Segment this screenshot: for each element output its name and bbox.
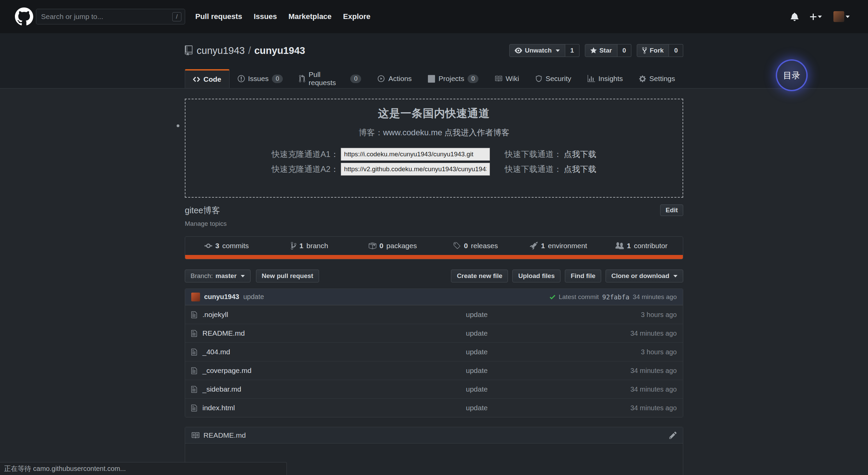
unwatch-label: Unwatch xyxy=(525,47,552,54)
file-commit-message[interactable]: update xyxy=(466,404,488,412)
chevron-down-icon xyxy=(673,275,677,277)
clone-row-a1: 快速克隆通道A1： 快速下载通道： 点我下载 xyxy=(185,147,683,162)
download-link[interactable]: 点我下载 xyxy=(564,164,596,175)
branch-selector[interactable]: Branch: master xyxy=(185,270,251,282)
stat-branches[interactable]: 1 branch xyxy=(268,237,351,255)
file-name-link[interactable]: .nojekyll xyxy=(202,311,228,319)
tab-insights[interactable]: Insights xyxy=(579,69,631,88)
file-commit-message[interactable]: update xyxy=(466,367,488,375)
commit-author-avatar[interactable] xyxy=(191,293,200,301)
tab-label: Projects xyxy=(438,75,464,83)
user-menu[interactable] xyxy=(833,11,850,22)
slash-key-hint: / xyxy=(172,12,181,21)
file-commit-message[interactable]: update xyxy=(466,348,488,356)
edit-description-button[interactable]: Edit xyxy=(660,204,683,216)
status-text: 正在等待 camo.githubusercontent.com... xyxy=(4,464,126,473)
mirror-promo-box: 这是一条国内快速通道 博客：www.codeku.me点我进入作者博客 快速克隆… xyxy=(185,99,683,198)
tab-security[interactable]: Security xyxy=(527,69,579,88)
clone-or-download-button[interactable]: Clone or download xyxy=(606,270,683,282)
tab-projects[interactable]: Projects 0 xyxy=(420,69,487,88)
new-pull-request-button[interactable]: New pull request xyxy=(256,270,319,282)
commit-author-link[interactable]: cunyu1943 xyxy=(204,293,239,301)
commit-sha-link[interactable]: 92fabfa xyxy=(602,293,629,301)
repo-owner-link[interactable]: cunyu1943 xyxy=(197,45,245,56)
fork-label: Fork xyxy=(650,47,664,54)
create-new-menu[interactable] xyxy=(810,13,822,21)
find-file-button[interactable]: Find file xyxy=(565,270,601,282)
about-row: gitee博客 Edit xyxy=(185,204,683,216)
tab-actions[interactable]: Actions xyxy=(369,69,420,88)
plus-icon xyxy=(810,13,816,21)
tab-pull-requests[interactable]: Pull requests 0 xyxy=(291,69,369,88)
edit-readme-pencil-icon[interactable] xyxy=(669,431,677,439)
stat-label: environment xyxy=(548,242,587,250)
stat-label: commits xyxy=(222,242,249,250)
file-commit-message[interactable]: update xyxy=(466,385,488,393)
commit-message-link[interactable]: update xyxy=(243,293,264,301)
download-label: 快速下载通道： xyxy=(505,149,562,160)
stat-commits[interactable]: 3 commits xyxy=(185,237,268,255)
star-button[interactable]: Star xyxy=(585,44,617,57)
stat-contributors[interactable]: 1 contributor xyxy=(600,237,683,255)
toc-floating-button[interactable]: 目录 xyxy=(777,61,806,90)
latest-commit-label: Latest commit xyxy=(559,293,599,301)
chevron-down-icon xyxy=(556,50,560,52)
fork-button[interactable]: Fork xyxy=(637,44,669,57)
promo-title: 这是一条国内快速通道 xyxy=(185,106,683,121)
stat-count: 3 xyxy=(215,242,219,250)
promo-blog-line: 博客：www.codeku.me点我进入作者博客 xyxy=(185,127,683,138)
clone-url-input-a2[interactable] xyxy=(341,163,490,176)
file-commit-message[interactable]: update xyxy=(466,329,488,337)
tab-issues[interactable]: Issues 0 xyxy=(230,69,291,88)
file-name-link[interactable]: README.md xyxy=(202,329,245,337)
tab-settings[interactable]: Settings xyxy=(631,69,683,88)
tab-count-badge: 0 xyxy=(350,75,361,83)
blog-label: 博客： xyxy=(359,128,383,137)
tab-label: Wiki xyxy=(506,75,519,83)
repo-title-row: cunyu1943 / cunyu1943 Unwatch 1 Star xyxy=(185,43,683,58)
stat-environments[interactable]: 1 environment xyxy=(517,237,600,255)
repo-name-link[interactable]: cunyu1943 xyxy=(254,45,305,56)
stat-packages[interactable]: 0 packages xyxy=(351,237,434,255)
file-name-link[interactable]: _404.md xyxy=(202,348,230,356)
file-commit-message[interactable]: update xyxy=(466,311,488,319)
file-name-link[interactable]: _sidebar.md xyxy=(202,385,241,393)
star-count[interactable]: 0 xyxy=(617,44,632,57)
gear-icon xyxy=(639,75,646,83)
branch-prefix: Branch: xyxy=(191,272,213,280)
star-icon xyxy=(590,47,597,54)
top-navbar: / Pull requests Issues Marketplace Explo… xyxy=(0,0,868,33)
nav-issues[interactable]: Issues xyxy=(254,12,277,21)
nav-explore[interactable]: Explore xyxy=(343,12,371,21)
download-link[interactable]: 点我下载 xyxy=(564,149,596,160)
tab-wiki[interactable]: Wiki xyxy=(487,69,527,88)
stat-label: branch xyxy=(307,242,328,250)
clone-url-input-a1[interactable] xyxy=(341,148,490,161)
table-row: _404.md update 3 hours ago xyxy=(185,342,683,361)
notifications-bell-icon[interactable] xyxy=(791,12,798,21)
tab-label: Issues xyxy=(248,75,269,83)
manage-topics-link[interactable]: Manage topics xyxy=(185,220,227,227)
nav-marketplace[interactable]: Marketplace xyxy=(289,12,332,21)
file-name-link[interactable]: _coverpage.md xyxy=(202,367,252,375)
pull-request-icon xyxy=(299,75,305,83)
chevron-down-icon xyxy=(241,275,245,277)
watch-count[interactable]: 1 xyxy=(565,44,579,57)
repo-separator: / xyxy=(248,45,251,56)
tab-label: Insights xyxy=(598,75,623,83)
tag-icon xyxy=(453,242,461,250)
nav-pull-requests[interactable]: Pull requests xyxy=(195,12,242,21)
readme-title-link[interactable]: README.md xyxy=(203,431,246,439)
unwatch-button[interactable]: Unwatch xyxy=(509,44,565,57)
language-bar[interactable] xyxy=(185,255,683,259)
create-new-file-button[interactable]: Create new file xyxy=(451,270,508,282)
file-name-link[interactable]: index.html xyxy=(202,404,235,412)
search-input[interactable] xyxy=(41,13,172,21)
fork-count[interactable]: 0 xyxy=(669,44,683,57)
github-logo-icon[interactable] xyxy=(15,7,33,26)
blog-link[interactable]: www.codeku.me xyxy=(383,128,442,137)
tab-code[interactable]: Code xyxy=(185,69,230,88)
upload-files-button[interactable]: Upload files xyxy=(512,270,560,282)
star-group: Star 0 xyxy=(585,44,632,57)
stat-releases[interactable]: 0 releases xyxy=(434,237,517,255)
